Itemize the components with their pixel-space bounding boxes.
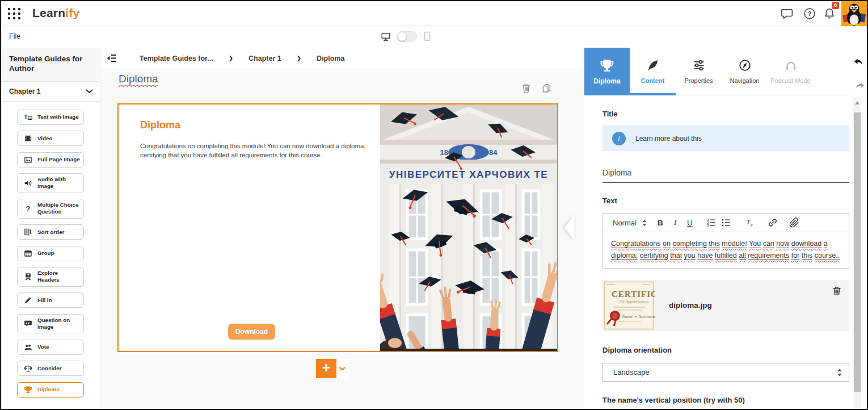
tab-content[interactable]: Content — [630, 48, 676, 95]
collapse-panel-arrow[interactable] — [564, 216, 574, 240]
delete-block-icon[interactable] — [521, 83, 532, 94]
sidebar-item-text-with-image[interactable]: TText with Image — [17, 110, 84, 125]
breadcrumb: Template Guides for... ❯ Chapter 1 ❯ Dip… — [100, 48, 584, 69]
sidebar-item-label: Question on Image — [37, 317, 80, 330]
svg-text:18: 18 — [440, 148, 448, 157]
breadcrumb-item-chapter[interactable]: Chapter 1 — [248, 55, 281, 62]
title-label: Title — [602, 110, 849, 118]
mobile-icon[interactable] — [422, 31, 432, 42]
add-block-dropdown-chevron[interactable] — [336, 359, 348, 378]
svg-text:CERTIFICATE: CERTIFICATE — [612, 290, 655, 299]
paperclip-icon[interactable] — [789, 217, 799, 228]
info-text: Learn more about this — [635, 135, 702, 143]
tab-label: Podcast Mode — [770, 77, 810, 84]
sidebar-item-label: Full Page Image — [37, 156, 80, 163]
orientation-value: Landscape — [603, 368, 650, 376]
sidebar-item-vote[interactable]: Vote — [17, 340, 84, 355]
sliders-icon — [693, 59, 705, 72]
device-toggle-switch[interactable] — [397, 31, 417, 42]
add-block-button[interactable]: + — [316, 359, 336, 378]
tab-properties[interactable]: Properties — [676, 48, 722, 95]
download-button[interactable]: Download — [228, 324, 275, 340]
apps-grid-icon[interactable] — [7, 6, 22, 21]
paragraph-style-select[interactable]: Normal — [603, 219, 653, 227]
rich-text-editor: Normal B I U 123 Tx — [602, 213, 849, 269]
menu-bar: File Preview Share — [1, 26, 867, 48]
speech-bubble-icon — [24, 319, 32, 328]
sidebar-item-video[interactable]: Video — [17, 131, 84, 146]
clear-formatting-button[interactable]: Tx — [740, 217, 759, 228]
bold-button[interactable]: B — [653, 219, 668, 227]
diploma-thumbnail[interactable]: CERTIFICATE Of Appreciation Name + Surna… — [602, 280, 655, 331]
svg-text:84: 84 — [489, 148, 498, 157]
sidebar-item-explore-headers[interactable]: TExplore Headers — [17, 267, 84, 286]
orientation-select[interactable]: Landscape — [602, 363, 849, 382]
editor-toolbar: Normal B I U 123 Tx — [603, 214, 849, 232]
link-icon[interactable] — [768, 217, 778, 228]
feather-icon — [647, 59, 659, 72]
svg-text:?: ? — [26, 205, 30, 213]
avatar[interactable] — [841, 1, 867, 26]
vote-icon — [24, 343, 32, 352]
sidebar-item-label: Multiple Choice Question — [37, 202, 80, 215]
diploma-block-content: Diploma Congratulations on completing th… — [119, 104, 381, 351]
desktop-icon[interactable] — [380, 31, 391, 42]
delete-attachment-icon[interactable] — [832, 286, 842, 296]
vertical-position-label: The name's vertical position (try with 5… — [602, 396, 849, 404]
panel-scrollbar[interactable] — [853, 98, 861, 410]
graduation-photo: 18 84 УНІВЕРСИТЕТ ХАРЧОВИХ ТЕ — [380, 104, 557, 351]
sidebar-item-diploma[interactable]: Diploma — [17, 382, 84, 398]
panel-tabs: Diploma ContentPropertiesNavigationPodca… — [584, 48, 850, 95]
sidebar-item-sort-order[interactable]: Sort order — [17, 224, 84, 240]
sidebar-item-label: Fill in — [37, 297, 52, 304]
editor-text-area[interactable]: Congratulations on completing this modul… — [603, 232, 849, 268]
info-banner[interactable]: i Learn more about this — [602, 125, 849, 151]
sidebar-item-full-page-image[interactable]: Full Page Image — [17, 152, 84, 168]
ordered-list-icon[interactable]: 123 — [706, 217, 717, 228]
page-title[interactable]: Diploma — [119, 73, 158, 85]
breadcrumb-item-page[interactable]: Diploma — [317, 55, 344, 62]
group-icon — [24, 249, 32, 258]
sidebar-item-question-on-image[interactable]: Question on Image — [17, 314, 84, 333]
italic-button[interactable]: I — [668, 218, 682, 227]
title-input[interactable]: Diploma — [602, 165, 849, 183]
tab-diploma-label: Diploma — [593, 77, 620, 85]
chapter-selector[interactable]: Chapter 1 — [1, 82, 100, 102]
text-label: Text — [602, 196, 849, 205]
image-icon — [24, 156, 32, 164]
sidebar-item-fill-in[interactable]: Fill in — [17, 292, 84, 308]
sidebar-item-multiple-choice-question[interactable]: ?Multiple Choice Question — [17, 199, 84, 218]
tab-label: Navigation — [730, 77, 760, 84]
tab-label: Content — [641, 77, 665, 84]
diploma-block-card[interactable]: Diploma Congratulations on completing th… — [117, 103, 558, 352]
redo-icon[interactable] — [852, 76, 868, 97]
file-menu[interactable]: File — [9, 32, 20, 40]
sidebar-title: Template Guides for Author — [1, 48, 100, 82]
sidebar-block-library: Template Guides for Author Chapter 1 TTe… — [1, 48, 100, 410]
bullet-list-icon[interactable] — [721, 217, 731, 228]
tab-podcast-mode[interactable]: Podcast Mode — [768, 48, 814, 95]
underline-button[interactable]: U — [682, 219, 697, 227]
bell-icon[interactable] — [823, 7, 836, 20]
trophy-icon — [599, 58, 615, 73]
outline-icon[interactable] — [107, 53, 117, 64]
help-icon[interactable]: ? — [803, 7, 816, 20]
breadcrumb-item-course[interactable]: Template Guides for... — [140, 55, 213, 62]
sidebar-item-label: Consider — [37, 365, 61, 372]
device-preview-toggle — [380, 31, 432, 42]
sidebar-item-audio-with-image[interactable]: Audio with Image — [17, 173, 84, 193]
svg-text:Name + Surname: Name + Surname — [621, 313, 655, 319]
sidebar-item-consider[interactable]: Consider — [17, 361, 84, 376]
tab-navigation[interactable]: Navigation — [722, 48, 768, 95]
chevron-down-icon — [86, 89, 93, 94]
sidebar-item-label: Text with Image — [37, 114, 79, 120]
learnify-logo[interactable]: Learnify — [32, 6, 79, 20]
tab-diploma-block[interactable]: Diploma — [584, 48, 630, 95]
duplicate-block-icon[interactable] — [541, 83, 552, 94]
chat-icon[interactable] — [781, 7, 793, 20]
undo-icon[interactable] — [850, 52, 866, 73]
scroll-up-arrow[interactable] — [855, 101, 859, 104]
scrollbar-thumb[interactable] — [854, 112, 861, 392]
sidebar-item-group[interactable]: Group — [17, 246, 84, 261]
sidebar-item-label: Diploma — [37, 386, 60, 393]
